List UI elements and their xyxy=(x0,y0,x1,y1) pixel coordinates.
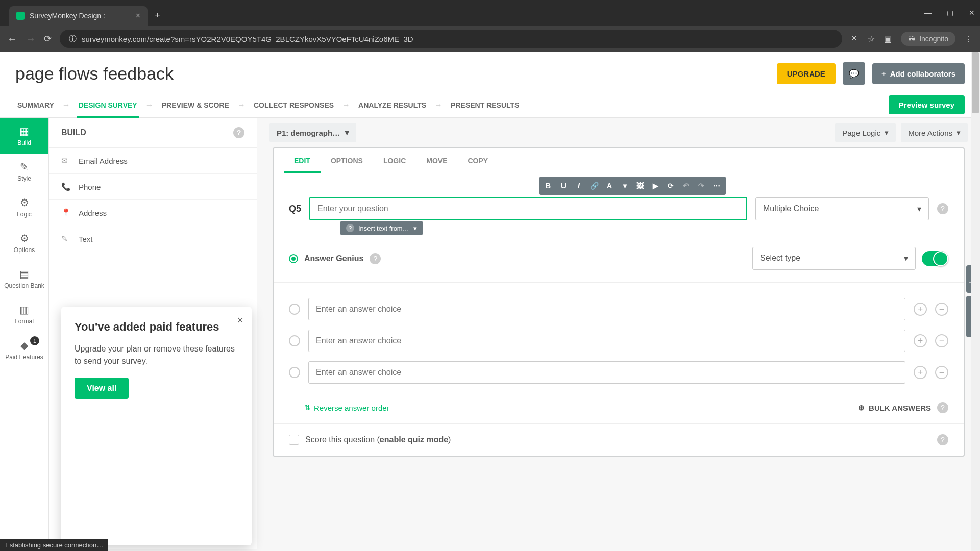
incognito-icon: 🕶 xyxy=(908,35,915,43)
question-type-dropdown[interactable]: Multiple Choice ▾ xyxy=(755,197,929,220)
help-icon[interactable]: ? xyxy=(937,203,948,214)
maximize-icon[interactable]: ▢ xyxy=(947,9,953,17)
more-actions-dropdown[interactable]: More Actions ▾ xyxy=(901,123,968,142)
view-all-button[interactable]: View all xyxy=(75,378,129,399)
help-icon[interactable]: ? xyxy=(937,434,948,445)
add-choice-icon[interactable]: + xyxy=(914,366,927,379)
rail-item-question-bank[interactable]: ▤Question Bank xyxy=(0,261,48,296)
question-tab-options[interactable]: OPTIONS xyxy=(321,148,373,173)
close-window-icon[interactable]: ✕ xyxy=(969,9,975,17)
back-icon[interactable]: ← xyxy=(7,33,17,45)
more-rte-icon[interactable]: ⋯ xyxy=(709,179,724,193)
answer-genius-toggle[interactable] xyxy=(922,251,948,266)
refresh-icon[interactable]: ⟳ xyxy=(44,33,52,44)
editor-toolbar: P1: demograph… ▾ Page Logic ▾ More Actio… xyxy=(257,118,980,147)
new-tab-button[interactable]: + xyxy=(155,10,160,21)
add-choice-icon[interactable]: + xyxy=(914,334,927,347)
help-icon[interactable]: ? xyxy=(937,402,948,413)
question-tab-move[interactable]: MOVE xyxy=(416,148,457,173)
chevron-down-icon: ▾ xyxy=(904,254,908,263)
undo-icon[interactable]: ↶ xyxy=(679,179,693,193)
question-text-input[interactable] xyxy=(309,197,747,220)
text-icon: ✎ xyxy=(61,234,71,243)
minimize-icon[interactable]: — xyxy=(924,9,932,17)
more-actions-label: More Actions xyxy=(908,129,952,137)
nav-tab-design-survey[interactable]: DESIGN SURVEY xyxy=(77,93,139,117)
redo-icon[interactable]: ↷ xyxy=(694,179,708,193)
reverse-answer-order-link[interactable]: ⇅ Reverse answer order xyxy=(304,403,389,412)
italic-icon[interactable]: I xyxy=(572,179,586,193)
panel-icon[interactable]: ▣ xyxy=(884,34,892,44)
survey-title[interactable]: page flows feedback xyxy=(15,64,174,84)
browser-tab[interactable]: SurveyMonkey Design : × xyxy=(9,6,148,26)
close-popup-icon[interactable]: × xyxy=(237,314,243,327)
vertical-scrollbar[interactable] xyxy=(971,52,980,551)
video-icon[interactable]: ▶ xyxy=(648,179,663,193)
rich-text-toolbar: B U I 🔗 A ▾ 🖼 ▶ ⟳ ↶ ↷ ⋯ xyxy=(539,177,726,195)
answer-choice-row: +− xyxy=(289,361,948,384)
remove-choice-icon[interactable]: − xyxy=(935,366,948,379)
rail-item-logic[interactable]: ⚙Logic xyxy=(0,189,48,225)
window-controls: — ▢ ✕ xyxy=(924,9,975,17)
answer-genius-radio[interactable] xyxy=(289,254,298,263)
font-icon[interactable]: A xyxy=(602,179,617,193)
menu-icon[interactable]: ⋮ xyxy=(965,34,973,44)
arrow-right-icon: → xyxy=(62,101,70,110)
site-info-icon[interactable]: ⓘ xyxy=(69,34,77,44)
link-icon[interactable]: 🔗 xyxy=(587,179,601,193)
question-tab-copy[interactable]: COPY xyxy=(457,148,498,173)
insert-text-dropdown[interactable]: ? Insert text from… ▾ xyxy=(340,221,423,235)
choice-input[interactable] xyxy=(308,361,905,384)
scrollbar-thumb[interactable] xyxy=(972,52,979,113)
font-dropdown-icon[interactable]: ▾ xyxy=(618,179,632,193)
remove-choice-icon[interactable]: − xyxy=(935,303,948,316)
rail-item-format[interactable]: ▥Format xyxy=(0,296,48,332)
rail-item-build[interactable]: ▦Build xyxy=(0,118,48,154)
question-tab-edit[interactable]: EDIT xyxy=(284,148,321,173)
main-layout: ▦Build✎Style⚙Logic⚙Options▤Question Bank… xyxy=(0,118,980,549)
add-choice-icon[interactable]: + xyxy=(914,303,927,316)
eye-off-icon[interactable]: 👁 xyxy=(850,34,859,43)
question-tab-logic[interactable]: LOGIC xyxy=(373,148,416,173)
help-icon[interactable]: ? xyxy=(370,253,381,264)
page-logic-dropdown[interactable]: Page Logic ▾ xyxy=(835,123,896,142)
remove-choice-icon[interactable]: − xyxy=(935,334,948,347)
paid-features-popup: × You've added paid features Upgrade you… xyxy=(61,307,252,545)
upgrade-button[interactable]: UPGRADE xyxy=(777,63,836,84)
rail-item-paid-features[interactable]: ◆Paid Features1 xyxy=(0,332,48,368)
image-icon[interactable]: 🖼 xyxy=(633,179,647,193)
nav-tab-present-results[interactable]: PRESENT RESULTS xyxy=(449,93,521,117)
comment-button[interactable]: 💬 xyxy=(843,62,865,85)
genius-type-dropdown[interactable]: Select type ▾ xyxy=(752,247,916,270)
embed-icon[interactable]: ⟳ xyxy=(664,179,678,193)
page-selector[interactable]: P1: demograph… ▾ xyxy=(270,123,356,142)
choice-input[interactable] xyxy=(308,298,905,320)
close-tab-icon[interactable]: × xyxy=(136,11,140,20)
nav-tab-preview-score[interactable]: PREVIEW & SCORE xyxy=(160,93,231,117)
score-checkbox[interactable] xyxy=(289,435,299,445)
preview-survey-button[interactable]: Preview survey xyxy=(889,95,965,114)
nav-tab-collect-responses[interactable]: COLLECT RESPONSES xyxy=(252,93,336,117)
bookmark-star-icon[interactable]: ☆ xyxy=(868,34,875,44)
popup-title: You've added paid features xyxy=(75,320,238,335)
build-item-text[interactable]: ✎Text xyxy=(49,226,257,252)
bold-icon[interactable]: B xyxy=(541,179,555,193)
build-item-email-address[interactable]: ✉Email Address xyxy=(49,148,257,174)
bulk-answers-link[interactable]: ⊕ BULK ANSWERS xyxy=(858,403,931,412)
underline-icon[interactable]: U xyxy=(556,179,571,193)
incognito-badge[interactable]: 🕶 Incognito xyxy=(901,32,955,46)
help-icon[interactable]: ? xyxy=(233,127,244,138)
nav-tab-summary[interactable]: SUMMARY xyxy=(15,93,56,117)
build-item-address[interactable]: 📍Address xyxy=(49,200,257,226)
build-item-phone[interactable]: 📞Phone xyxy=(49,174,257,200)
address-bar[interactable]: ⓘ surveymonkey.com/create?sm=rsYO2R2V0EQ… xyxy=(60,30,842,48)
choice-input[interactable] xyxy=(308,330,905,352)
address-icon: 📍 xyxy=(61,208,71,217)
nav-tab-analyze-results[interactable]: ANALYZE RESULTS xyxy=(356,93,428,117)
rail-item-label: Logic xyxy=(17,211,32,218)
question-type-label: Multiple Choice xyxy=(763,204,819,213)
email-address-icon: ✉ xyxy=(61,156,71,165)
rail-item-style[interactable]: ✎Style xyxy=(0,154,48,189)
rail-item-options[interactable]: ⚙Options xyxy=(0,225,48,261)
add-collaborators-button[interactable]: + Add collaborators xyxy=(872,63,965,84)
